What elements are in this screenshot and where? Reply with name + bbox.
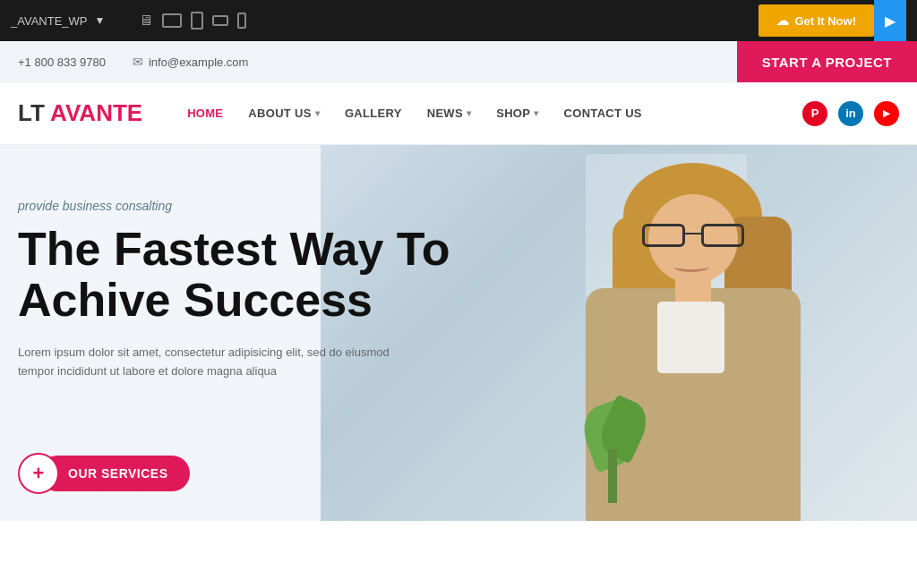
desktop-icon[interactable]: 🖥 — [139, 13, 153, 29]
woman-neck — [675, 275, 711, 302]
nav-bar: LT AVANTE HOME ABOUT US ▾ GALLERY NEWS ▾… — [0, 82, 917, 145]
cta-plus-button[interactable]: + — [18, 453, 59, 494]
hero-content: provide business consalting The Fastest … — [18, 199, 450, 408]
shop-dropdown-arrow: ▾ — [534, 108, 538, 118]
hero-title-line2: Achive Success — [18, 274, 373, 326]
nav-about-us[interactable]: ABOUT US ▾ — [248, 107, 320, 120]
phone-number: +1 800 833 9780 — [18, 55, 106, 69]
admin-bar-left: _AVANTE_WP ▼ 🖥 — [11, 12, 246, 30]
email-icon: ✉ — [133, 55, 143, 69]
glasses-left — [642, 224, 685, 247]
cta-container: + OUR SERVICES — [18, 453, 190, 494]
hero-title: The Fastest Way To Achive Success — [18, 224, 450, 326]
logo: LT AVANTE — [18, 99, 142, 127]
mobile-portrait-icon[interactable] — [237, 13, 246, 29]
mobile-landscape-icon[interactable] — [212, 15, 228, 26]
news-dropdown-arrow: ▾ — [467, 108, 471, 118]
admin-bar-right: ☁ Get It Now! ▶ — [758, 0, 906, 41]
hero-woman-figure — [559, 145, 845, 521]
blue-btn-icon: ▶ — [885, 13, 896, 30]
device-icons: 🖥 — [139, 12, 246, 30]
hero-description: Lorem ipsum dolor sit amet, consectetur … — [18, 344, 394, 381]
get-it-now-button[interactable]: ☁ Get It Now! — [758, 4, 874, 37]
woman-smile — [673, 261, 709, 272]
email-info: ✉ info@example.com — [133, 55, 248, 69]
hero-section: provide business consalting The Fastest … — [0, 145, 917, 521]
tablet-portrait-icon[interactable] — [191, 12, 203, 30]
start-project-button[interactable]: START A PROJECT — [737, 41, 917, 82]
youtube-icon[interactable]: ▶ — [874, 101, 899, 126]
logo-avante: AVANTE — [45, 99, 142, 126]
our-services-button[interactable]: OUR SERVICES — [39, 456, 190, 491]
social-icons: P in ▶ — [802, 101, 899, 126]
pinterest-icon[interactable]: P — [802, 101, 827, 126]
hero-title-line1: The Fastest Way To — [18, 223, 450, 275]
plant-stem — [608, 449, 617, 503]
woman-shirt — [657, 302, 724, 373]
tablet-landscape-icon[interactable] — [162, 13, 182, 28]
logo-lt: LT — [18, 99, 45, 126]
nav-shop[interactable]: SHOP ▾ — [496, 107, 538, 120]
contact-info: +1 800 833 9780 ✉ info@example.com — [18, 55, 248, 69]
nav-gallery[interactable]: GALLERY — [345, 107, 402, 120]
nav-news[interactable]: NEWS ▾ — [427, 107, 472, 120]
glasses — [642, 224, 744, 251]
admin-bar-title: _AVANTE_WP — [11, 14, 87, 28]
nav-home[interactable]: HOME — [187, 107, 223, 120]
get-it-now-label: Get It Now! — [794, 14, 856, 28]
cloud-icon: ☁ — [776, 13, 789, 28]
admin-bar: _AVANTE_WP ▼ 🖥 ☁ Get It Now! ▶ — [0, 0, 917, 41]
hero-subtitle: provide business consalting — [18, 199, 450, 213]
glasses-right — [701, 224, 744, 247]
nav-contact-us[interactable]: CONTACT US — [564, 107, 642, 120]
navigation: HOME ABOUT US ▾ GALLERY NEWS ▾ SHOP ▾ CO… — [187, 107, 802, 120]
about-dropdown-arrow: ▾ — [315, 108, 320, 118]
email-address: info@example.com — [149, 55, 248, 69]
glasses-bridge — [685, 233, 701, 234]
contact-bar: +1 800 833 9780 ✉ info@example.com START… — [0, 41, 917, 82]
admin-extra-button[interactable]: ▶ — [874, 0, 906, 41]
linkedin-icon[interactable]: in — [838, 101, 863, 126]
admin-bar-arrow: ▼ — [94, 14, 105, 27]
plant-decoration — [577, 396, 648, 503]
